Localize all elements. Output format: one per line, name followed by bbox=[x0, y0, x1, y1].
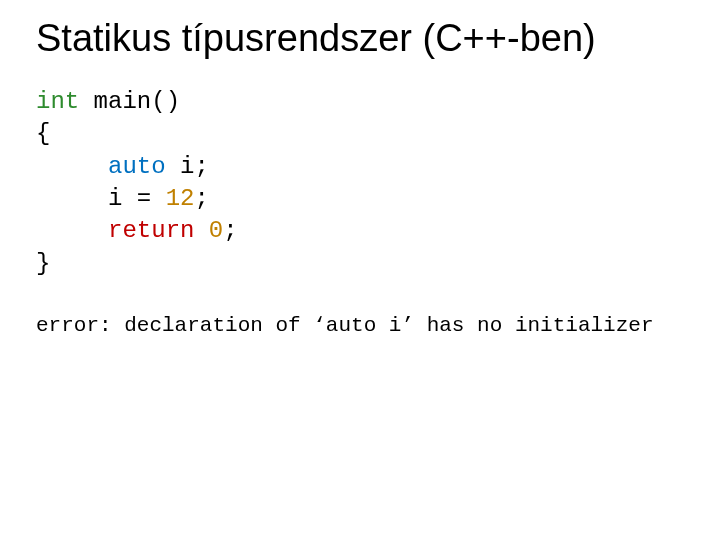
indent bbox=[36, 217, 108, 244]
number-0: 0 bbox=[209, 217, 223, 244]
brace-open: { bbox=[36, 120, 50, 147]
space bbox=[194, 217, 208, 244]
number-12: 12 bbox=[166, 185, 195, 212]
indent bbox=[36, 185, 108, 212]
semicolon: ; bbox=[223, 217, 237, 244]
code-block: int main() { auto i; i = 12; return 0; } bbox=[36, 86, 692, 280]
keyword-int: int bbox=[36, 88, 79, 115]
keyword-return: return bbox=[108, 217, 194, 244]
main-signature: main() bbox=[79, 88, 180, 115]
keyword-auto: auto bbox=[108, 153, 166, 180]
indent bbox=[36, 153, 108, 180]
assign: i = bbox=[108, 185, 166, 212]
decl-rest: i; bbox=[166, 153, 209, 180]
brace-close: } bbox=[36, 250, 50, 277]
slide-title: Statikus típusrendszer (C++-ben) bbox=[36, 18, 692, 60]
error-message: error: declaration of ‘auto i’ has no in… bbox=[36, 314, 692, 337]
slide: Statikus típusrendszer (C++-ben) int mai… bbox=[0, 0, 720, 540]
semicolon: ; bbox=[194, 185, 208, 212]
